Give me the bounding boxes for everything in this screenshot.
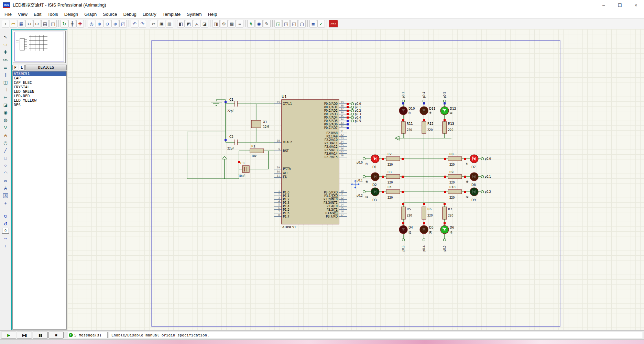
- graphics-circle-icon[interactable]: ○: [1, 162, 10, 169]
- resistor-r6[interactable]: [422, 207, 426, 219]
- net-terminal[interactable]: [402, 239, 405, 241]
- led-d6[interactable]: [440, 225, 449, 234]
- pick-device-icon[interactable]: ◨: [212, 20, 220, 27]
- rotation-angle-icon[interactable]: 0: [2, 228, 9, 234]
- device-item-led-red[interactable]: LED-RED: [13, 94, 66, 98]
- cut-icon[interactable]: ✂: [150, 20, 157, 27]
- led-d4[interactable]: [399, 225, 407, 234]
- junction-dot-mode-icon[interactable]: ✚: [1, 48, 10, 55]
- resistor-r3[interactable]: [386, 175, 400, 179]
- led-d5[interactable]: [420, 225, 428, 234]
- maximize-button[interactable]: ☐: [612, 0, 628, 10]
- led-d3[interactable]: [371, 188, 379, 196]
- electrical-rule-check-icon[interactable]: ✓: [317, 20, 325, 27]
- led-d2[interactable]: [371, 173, 379, 181]
- subcircuit-mode-icon[interactable]: ◫: [1, 79, 10, 86]
- library-manager-button[interactable]: L: [19, 65, 25, 70]
- net-terminal[interactable]: [481, 191, 484, 193]
- led-d7[interactable]: [470, 155, 478, 163]
- block-rotate-icon[interactable]: ◬: [193, 20, 200, 27]
- remove-sheet-icon[interactable]: ◱: [290, 20, 298, 27]
- stop-button[interactable]: ■: [48, 332, 64, 339]
- led-d11[interactable]: [420, 107, 428, 115]
- net-terminal[interactable]: [351, 116, 354, 119]
- copy-icon[interactable]: ▣: [158, 20, 165, 27]
- net-terminal[interactable]: [363, 176, 365, 178]
- graph-mode-icon[interactable]: ◪: [1, 101, 10, 108]
- resistor-r11[interactable]: [401, 122, 405, 133]
- property-assignment-icon[interactable]: ✎: [263, 20, 271, 27]
- led-d1[interactable]: [371, 155, 379, 163]
- device-pin-mode-icon[interactable]: ⊢: [1, 94, 10, 101]
- text-script-mode-icon[interactable]: ≣: [1, 64, 10, 70]
- resistor-r13[interactable]: [443, 122, 447, 133]
- minimize-button[interactable]: –: [596, 0, 612, 10]
- led-d9[interactable]: [470, 188, 478, 196]
- led-d10[interactable]: [399, 107, 407, 115]
- search-tag-icon[interactable]: ◉: [255, 20, 263, 27]
- net-terminal[interactable]: [444, 100, 446, 102]
- device-item-led-green[interactable]: LED-GREEN: [13, 89, 66, 94]
- menu-design[interactable]: Design: [61, 11, 81, 18]
- capacitor-c3[interactable]: [242, 166, 249, 173]
- toggle-grid-icon[interactable]: ╋: [68, 20, 76, 27]
- crystal-x1[interactable]: [251, 120, 261, 128]
- menu-tools[interactable]: Tools: [44, 11, 61, 18]
- wire-label-mode-icon[interactable]: LBL: [1, 56, 10, 63]
- redo-icon[interactable]: ↷: [139, 20, 146, 27]
- net-terminal[interactable]: [351, 110, 354, 112]
- menu-template[interactable]: Template: [160, 11, 184, 18]
- packaging-tool-icon[interactable]: ▩: [228, 20, 236, 27]
- menu-source[interactable]: Source: [100, 11, 120, 18]
- current-probe-mode-icon[interactable]: A: [1, 132, 10, 138]
- led-d12[interactable]: [440, 107, 449, 115]
- resistor-r1[interactable]: [250, 149, 264, 153]
- undo-icon[interactable]: ↶: [131, 20, 138, 27]
- led-d8[interactable]: [470, 173, 478, 181]
- menu-edit[interactable]: Edit: [31, 11, 44, 18]
- graphics-line-icon[interactable]: ╱: [1, 147, 10, 154]
- graphics-path-icon[interactable]: ∞: [1, 177, 10, 184]
- zoom-area-icon[interactable]: ◰: [119, 20, 127, 27]
- voltage-probe-mode-icon[interactable]: V: [1, 124, 10, 131]
- menu-debug[interactable]: Debug: [120, 11, 139, 18]
- play-button[interactable]: ▶: [1, 332, 16, 339]
- graphics-marker-icon[interactable]: +: [1, 200, 10, 207]
- new-design-icon[interactable]: ▫: [2, 20, 9, 27]
- resistor-r12[interactable]: [422, 122, 426, 133]
- resistor-r2[interactable]: [386, 157, 400, 161]
- redraw-icon[interactable]: ↻: [61, 20, 68, 27]
- save-design-icon[interactable]: ▦: [18, 20, 25, 27]
- menu-file[interactable]: File: [1, 11, 15, 18]
- device-item-cap-elec[interactable]: CAP-ELEC: [13, 80, 66, 85]
- net-terminal[interactable]: [363, 191, 365, 193]
- resistor-r5[interactable]: [401, 207, 405, 219]
- component-mode-icon[interactable]: ⇨: [1, 41, 10, 48]
- bus-mode-icon[interactable]: ∥: [1, 71, 10, 78]
- menu-view[interactable]: View: [15, 11, 31, 18]
- device-item-cap[interactable]: CAP: [13, 76, 66, 80]
- graphics-text-icon[interactable]: A: [1, 185, 10, 191]
- resistor-r4[interactable]: [386, 190, 400, 194]
- netlist-to-ares-icon[interactable]: ARES: [329, 20, 338, 27]
- new-sheet-icon[interactable]: ◳: [282, 20, 290, 27]
- import-section-icon[interactable]: ↤: [25, 20, 33, 27]
- bill-of-materials-icon[interactable]: ≣: [309, 20, 317, 27]
- print-icon[interactable]: ▤: [41, 20, 49, 27]
- resistor-r7[interactable]: [443, 207, 447, 219]
- manual-origin-icon[interactable]: ✚: [76, 20, 84, 27]
- net-terminal[interactable]: [363, 158, 365, 160]
- menu-library[interactable]: Library: [140, 11, 160, 18]
- net-terminal[interactable]: [351, 106, 354, 109]
- rotate-anticlockwise-icon[interactable]: ↺: [1, 220, 10, 227]
- goto-sheet-icon[interactable]: ▢: [298, 20, 306, 27]
- pan-icon[interactable]: ◎: [88, 20, 95, 27]
- graphics-box-icon[interactable]: □: [1, 154, 10, 161]
- net-terminal[interactable]: [351, 113, 354, 115]
- resistor-r8[interactable]: [448, 157, 462, 161]
- resistor-r9[interactable]: [448, 175, 462, 179]
- step-button[interactable]: ▶▮: [17, 332, 32, 339]
- wire-autorouter-icon[interactable]: ↯: [247, 20, 255, 27]
- block-move-icon[interactable]: ◩: [185, 20, 193, 27]
- menu-graph[interactable]: Graph: [81, 11, 100, 18]
